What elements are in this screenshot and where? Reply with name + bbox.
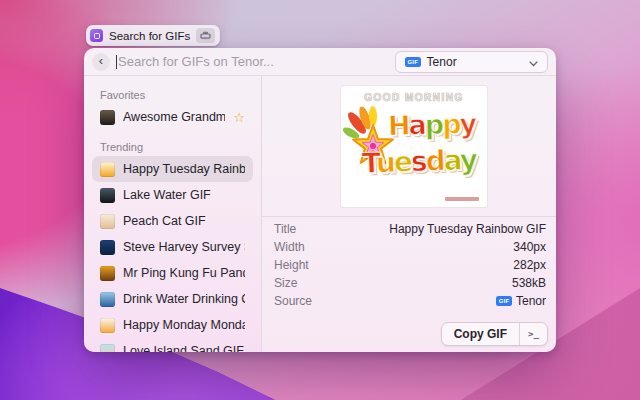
metadata-row: TitleHappy Tuesday Rainbow GIF xyxy=(274,220,546,238)
list-item-label: Peach Cat GIF xyxy=(123,214,206,228)
chevron-down-icon xyxy=(529,53,538,71)
gif-thumbnail xyxy=(100,162,115,177)
gif-thumbnail xyxy=(100,318,115,333)
gif-search-window: ‹ GIF Tenor FavoritesAwesome Grandma GIF… xyxy=(84,48,556,352)
gif-thumbnail xyxy=(100,240,115,255)
gif-word-line2: Tuesday xyxy=(362,146,477,178)
list-item-label: Mr Ping Kung Fu Panda GIF xyxy=(123,266,245,280)
metadata-value: 282px xyxy=(513,258,546,272)
metadata-value: GIFTenor xyxy=(496,294,546,308)
metadata-label: Size xyxy=(274,276,297,290)
list-item[interactable]: Peach Cat GIF xyxy=(92,208,253,234)
list-item-label: Awesome Grandma GIF xyxy=(123,110,225,124)
gif-list: FavoritesAwesome Grandma GIF☆TrendingHap… xyxy=(84,76,262,352)
metadata-row: Height282px xyxy=(274,256,546,274)
source-dropdown[interactable]: GIF Tenor xyxy=(395,51,548,73)
list-item[interactable]: Love Island Sand GIF xyxy=(92,338,253,352)
list-item-label: Happy Monday Mondays GIF xyxy=(123,318,245,332)
list-item[interactable]: Lake Water GIF xyxy=(92,182,253,208)
section-header: Trending xyxy=(84,138,261,156)
metadata-value: 538kB xyxy=(512,276,546,290)
list-item[interactable]: Drink Water Drinking GIF xyxy=(92,286,253,312)
list-item-label: Happy Tuesday Rainbow GIF xyxy=(123,162,245,176)
gif-preview-area: GOOD MORNING Happy Tuesday xyxy=(262,76,556,216)
metadata-value: 340px xyxy=(513,240,546,254)
section-header: Favorites xyxy=(84,86,261,104)
command-tag[interactable]: Search for GIFs xyxy=(86,25,220,46)
gif-preview-image: GOOD MORNING Happy Tuesday xyxy=(341,86,487,207)
list-item[interactable]: Happy Monday Mondays GIF xyxy=(92,312,253,338)
source-dropdown-value: Tenor xyxy=(427,55,523,69)
copy-gif-button[interactable]: Copy GIF >_ xyxy=(441,322,548,346)
list-item[interactable]: Awesome Grandma GIF☆ xyxy=(92,104,253,130)
metadata-label: Height xyxy=(274,258,309,272)
gif-word-line1: Happy xyxy=(388,110,476,139)
gif-thumbnail xyxy=(100,188,115,203)
list-item-label: Steve Harvey Survey Says GIF xyxy=(123,240,245,254)
list-item[interactable]: Mr Ping Kung Fu Panda GIF xyxy=(92,260,253,286)
metadata-row: Width340px xyxy=(274,238,546,256)
metadata-label: Source xyxy=(274,294,312,308)
gif-thumbnail xyxy=(100,344,115,353)
printer-icon xyxy=(196,28,215,43)
metadata-label: Width xyxy=(274,240,305,254)
metadata-row: SourceGIFTenor xyxy=(274,292,546,310)
window-content: FavoritesAwesome Grandma GIF☆TrendingHap… xyxy=(84,76,556,352)
gif-thumbnail xyxy=(100,292,115,307)
gif-thumbnail xyxy=(100,266,115,281)
search-bar: ‹ GIF Tenor xyxy=(84,48,556,76)
list-item-label: Drink Water Drinking GIF xyxy=(123,292,245,306)
metadata-value: Happy Tuesday Rainbow GIF xyxy=(389,222,546,236)
gif-badge: GIF xyxy=(496,296,512,306)
extension-icon xyxy=(90,29,103,42)
watermark xyxy=(445,197,479,201)
list-item[interactable]: Happy Tuesday Rainbow GIF xyxy=(92,156,253,182)
metadata-row: Size538kB xyxy=(274,274,546,292)
gif-thumbnail xyxy=(100,214,115,229)
copy-gif-label: Copy GIF xyxy=(442,327,519,341)
star-icon[interactable]: ☆ xyxy=(233,111,245,124)
detail-panel: GOOD MORNING Happy Tuesday xyxy=(262,76,556,352)
gif-thumbnail xyxy=(100,110,115,125)
metadata-table: TitleHappy Tuesday Rainbow GIFWidth340px… xyxy=(262,217,556,310)
gif-headline-text: GOOD MORNING xyxy=(341,92,487,103)
terminal-icon[interactable]: >_ xyxy=(520,329,547,339)
list-item-label: Lake Water GIF xyxy=(123,188,211,202)
metadata-label: Title xyxy=(274,222,296,236)
list-item-label: Love Island Sand GIF xyxy=(123,344,244,352)
back-button[interactable]: ‹ xyxy=(92,53,110,71)
command-tag-label: Search for GIFs xyxy=(109,30,190,42)
list-item[interactable]: Steve Harvey Survey Says GIF xyxy=(92,234,253,260)
gif-badge: GIF xyxy=(405,57,421,67)
